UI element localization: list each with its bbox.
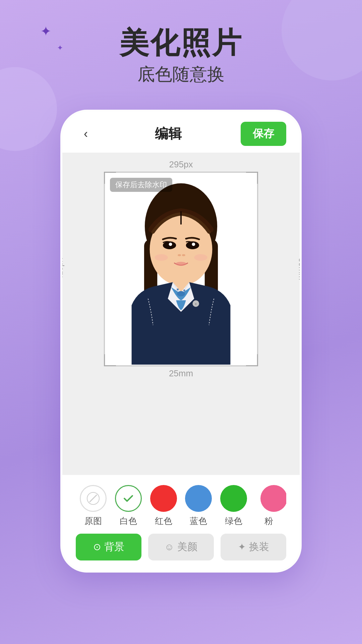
dim-right-label: 35mm bbox=[297, 258, 302, 280]
tab-beauty-button[interactable]: ☺ 美颜 bbox=[148, 534, 214, 560]
svg-point-18 bbox=[183, 289, 185, 291]
dim-top-label: 295px bbox=[169, 159, 193, 170]
color-item-blue[interactable]: 蓝色 bbox=[181, 485, 216, 527]
color-item-pink[interactable]: 粉 bbox=[251, 485, 286, 527]
color-circle-green bbox=[220, 485, 247, 512]
color-label-white: 白色 bbox=[120, 515, 137, 527]
header: ✦ ✦ 美化照片 底色随意换 bbox=[0, 0, 362, 96]
dim-bottom-label: 25mm bbox=[169, 368, 193, 379]
svg-text:✦: ✦ bbox=[194, 302, 197, 306]
sparkle-big-icon: ✦ bbox=[40, 23, 52, 39]
color-label-original: 原图 bbox=[84, 515, 102, 527]
svg-point-14 bbox=[155, 254, 168, 261]
svg-point-16 bbox=[177, 291, 185, 297]
background-tab-icon: ⊙ bbox=[93, 541, 101, 552]
svg-point-9 bbox=[169, 243, 172, 246]
color-item-red[interactable]: 红色 bbox=[146, 485, 181, 527]
beauty-tab-icon: ☺ bbox=[165, 542, 174, 552]
tab-beauty-label: 美颜 bbox=[177, 540, 197, 554]
color-item-original[interactable]: 原图 bbox=[76, 485, 111, 527]
hline-bottom bbox=[116, 366, 246, 366]
tab-background-label: 背景 bbox=[104, 540, 124, 554]
hline-top bbox=[116, 172, 246, 172]
color-label-pink: 粉 bbox=[264, 515, 273, 527]
color-circle-pink bbox=[260, 485, 286, 512]
color-label-red: 红色 bbox=[155, 515, 172, 527]
back-button[interactable]: ‹ bbox=[76, 127, 96, 141]
vline-right bbox=[257, 184, 258, 354]
color-item-green[interactable]: 绿色 bbox=[216, 485, 251, 527]
topbar-title: 编辑 bbox=[155, 124, 182, 143]
color-item-white[interactable]: 白色 bbox=[111, 485, 146, 527]
phone-container: ‹ 编辑 保存 295px 413px bbox=[0, 110, 362, 573]
crop-frame: 保存后去除水印 bbox=[104, 172, 258, 366]
color-circle-original bbox=[80, 485, 107, 512]
svg-point-13 bbox=[176, 262, 186, 266]
color-circle-blue bbox=[185, 485, 212, 512]
dim-left-label: 413px bbox=[60, 258, 65, 280]
svg-line-21 bbox=[90, 495, 97, 502]
toolbar-area: 原图 白色 红色 bbox=[62, 475, 300, 571]
svg-point-10 bbox=[192, 243, 195, 246]
page-title-main: 美化照片 bbox=[0, 27, 362, 59]
photo-area: 295px 413px 保存后去除水印 bbox=[62, 153, 300, 475]
tab-outfit-button[interactable]: ✦ 换装 bbox=[221, 534, 286, 560]
svg-point-17 bbox=[177, 288, 179, 290]
phone-mockup: ‹ 编辑 保存 295px 413px bbox=[60, 110, 302, 573]
save-button[interactable]: 保存 bbox=[241, 122, 286, 146]
tab-background-button[interactable]: ⊙ 背景 bbox=[76, 534, 141, 560]
vline-left bbox=[104, 184, 105, 354]
tab-outfit-label: 换装 bbox=[249, 540, 269, 554]
outfit-tab-icon: ✦ bbox=[238, 541, 246, 552]
sparkle-small-icon: ✦ bbox=[57, 44, 63, 52]
color-circle-white bbox=[115, 485, 142, 512]
svg-point-15 bbox=[194, 254, 207, 261]
color-circle-red bbox=[150, 485, 177, 512]
page-title-sub: 底色随意换 bbox=[0, 63, 362, 86]
color-selector-row: 原图 白色 红色 bbox=[72, 485, 290, 527]
svg-point-11 bbox=[178, 254, 181, 256]
tab-buttons: ⊙ 背景 ☺ 美颜 ✦ 换装 bbox=[72, 534, 290, 564]
crop-wrapper: 413px 保存后去除水印 bbox=[72, 172, 290, 366]
photo-inner: 保存后去除水印 bbox=[105, 173, 257, 365]
person-photo: ✦ bbox=[105, 173, 257, 365]
watermark-badge: 保存后去除水印 bbox=[110, 178, 172, 192]
color-label-green: 绿色 bbox=[225, 515, 242, 527]
svg-point-12 bbox=[182, 254, 185, 256]
color-label-blue: 蓝色 bbox=[190, 515, 207, 527]
phone-topbar: ‹ 编辑 保存 bbox=[62, 112, 300, 153]
